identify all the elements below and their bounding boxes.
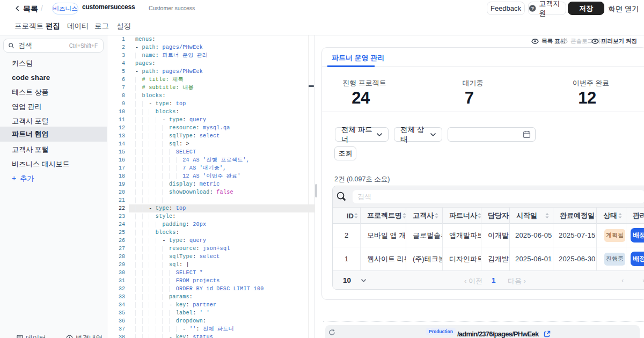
svg-text:?: ? xyxy=(531,6,534,11)
